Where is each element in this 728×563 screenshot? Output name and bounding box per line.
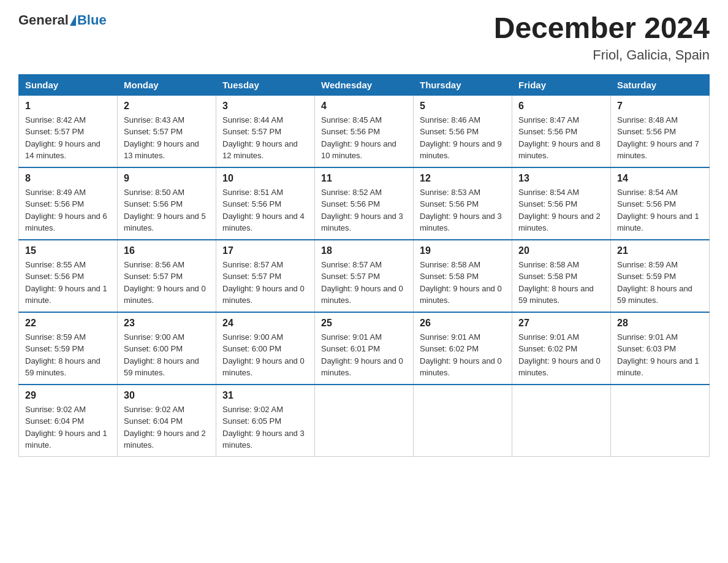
day-cell: 22 Sunrise: 8:59 AMSunset: 5:59 PMDaylig… bbox=[19, 312, 118, 385]
day-number: 21 bbox=[617, 245, 703, 256]
day-number: 26 bbox=[420, 318, 506, 329]
day-number: 5 bbox=[420, 101, 506, 112]
day-number: 8 bbox=[25, 173, 111, 184]
day-info: Sunrise: 9:01 AMSunset: 6:01 PMDaylight:… bbox=[321, 331, 407, 379]
day-number: 16 bbox=[124, 245, 210, 256]
day-info: Sunrise: 8:57 AMSunset: 5:57 PMDaylight:… bbox=[222, 259, 308, 307]
day-cell: 18 Sunrise: 8:57 AMSunset: 5:57 PMDaylig… bbox=[315, 240, 414, 312]
day-info: Sunrise: 9:01 AMSunset: 6:02 PMDaylight:… bbox=[420, 331, 506, 379]
day-cell: 1 Sunrise: 8:42 AMSunset: 5:57 PMDayligh… bbox=[19, 95, 118, 167]
day-number: 18 bbox=[321, 245, 407, 256]
week-row-5: 29 Sunrise: 9:02 AMSunset: 6:04 PMDaylig… bbox=[19, 385, 710, 457]
day-cell: 26 Sunrise: 9:01 AMSunset: 6:02 PMDaylig… bbox=[414, 312, 512, 385]
day-info: Sunrise: 8:52 AMSunset: 5:56 PMDaylight:… bbox=[321, 186, 407, 234]
day-cell: 28 Sunrise: 9:01 AMSunset: 6:03 PMDaylig… bbox=[611, 312, 710, 385]
day-cell: 31 Sunrise: 9:02 AMSunset: 6:05 PMDaylig… bbox=[216, 385, 315, 457]
day-number: 9 bbox=[124, 173, 210, 184]
logo-triangle-icon bbox=[70, 15, 76, 26]
day-info: Sunrise: 8:50 AMSunset: 5:56 PMDaylight:… bbox=[124, 186, 210, 234]
day-number: 10 bbox=[222, 173, 308, 184]
month-title: December 2024 bbox=[494, 12, 710, 45]
logo-general-text: General bbox=[18, 12, 69, 28]
week-row-2: 8 Sunrise: 8:49 AMSunset: 5:56 PMDayligh… bbox=[19, 167, 710, 240]
week-row-1: 1 Sunrise: 8:42 AMSunset: 5:57 PMDayligh… bbox=[19, 95, 710, 167]
day-cell: 8 Sunrise: 8:49 AMSunset: 5:56 PMDayligh… bbox=[19, 167, 118, 240]
location-title: Friol, Galicia, Spain bbox=[494, 47, 710, 63]
day-info: Sunrise: 8:42 AMSunset: 5:57 PMDaylight:… bbox=[25, 114, 111, 162]
day-cell: 29 Sunrise: 9:02 AMSunset: 6:04 PMDaylig… bbox=[19, 385, 118, 457]
day-number: 30 bbox=[124, 390, 210, 401]
day-cell bbox=[315, 385, 414, 457]
day-info: Sunrise: 8:47 AMSunset: 5:56 PMDaylight:… bbox=[518, 114, 604, 162]
title-block: December 2024 Friol, Galicia, Spain bbox=[494, 12, 710, 63]
day-cell: 16 Sunrise: 8:56 AMSunset: 5:57 PMDaylig… bbox=[118, 240, 216, 312]
day-number: 4 bbox=[321, 101, 407, 112]
day-info: Sunrise: 9:00 AMSunset: 6:00 PMDaylight:… bbox=[222, 331, 308, 379]
day-info: Sunrise: 8:58 AMSunset: 5:58 PMDaylight:… bbox=[518, 259, 604, 307]
day-info: Sunrise: 8:56 AMSunset: 5:57 PMDaylight:… bbox=[124, 259, 210, 307]
day-number: 13 bbox=[518, 173, 604, 184]
day-info: Sunrise: 8:54 AMSunset: 5:56 PMDaylight:… bbox=[617, 186, 703, 234]
day-info: Sunrise: 8:49 AMSunset: 5:56 PMDaylight:… bbox=[25, 186, 111, 234]
calendar-header-row: SundayMondayTuesdayWednesdayThursdayFrid… bbox=[19, 74, 710, 95]
day-info: Sunrise: 8:53 AMSunset: 5:56 PMDaylight:… bbox=[420, 186, 506, 234]
day-info: Sunrise: 8:58 AMSunset: 5:58 PMDaylight:… bbox=[420, 259, 506, 307]
page-header: General Blue December 2024 Friol, Galici… bbox=[18, 12, 710, 63]
day-cell bbox=[512, 385, 611, 457]
day-number: 3 bbox=[222, 101, 308, 112]
day-cell: 6 Sunrise: 8:47 AMSunset: 5:56 PMDayligh… bbox=[512, 95, 611, 167]
day-info: Sunrise: 9:02 AMSunset: 6:04 PMDaylight:… bbox=[25, 404, 111, 451]
day-cell: 2 Sunrise: 8:43 AMSunset: 5:57 PMDayligh… bbox=[118, 95, 216, 167]
day-number: 19 bbox=[420, 245, 506, 256]
day-cell: 9 Sunrise: 8:50 AMSunset: 5:56 PMDayligh… bbox=[118, 167, 216, 240]
day-number: 27 bbox=[518, 318, 604, 329]
day-number: 7 bbox=[617, 101, 703, 112]
day-info: Sunrise: 8:57 AMSunset: 5:57 PMDaylight:… bbox=[321, 259, 407, 307]
day-info: Sunrise: 8:46 AMSunset: 5:56 PMDaylight:… bbox=[420, 114, 506, 162]
day-cell: 14 Sunrise: 8:54 AMSunset: 5:56 PMDaylig… bbox=[611, 167, 710, 240]
day-info: Sunrise: 8:45 AMSunset: 5:56 PMDaylight:… bbox=[321, 114, 407, 162]
day-info: Sunrise: 9:01 AMSunset: 6:03 PMDaylight:… bbox=[617, 331, 703, 379]
day-info: Sunrise: 8:59 AMSunset: 5:59 PMDaylight:… bbox=[617, 259, 703, 307]
day-cell: 24 Sunrise: 9:00 AMSunset: 6:00 PMDaylig… bbox=[216, 312, 315, 385]
week-row-4: 22 Sunrise: 8:59 AMSunset: 5:59 PMDaylig… bbox=[19, 312, 710, 385]
day-info: Sunrise: 8:48 AMSunset: 5:56 PMDaylight:… bbox=[617, 114, 703, 162]
day-number: 29 bbox=[25, 390, 111, 401]
day-info: Sunrise: 8:59 AMSunset: 5:59 PMDaylight:… bbox=[25, 331, 111, 379]
day-cell: 25 Sunrise: 9:01 AMSunset: 6:01 PMDaylig… bbox=[315, 312, 414, 385]
day-cell: 13 Sunrise: 8:54 AMSunset: 5:56 PMDaylig… bbox=[512, 167, 611, 240]
day-cell: 4 Sunrise: 8:45 AMSunset: 5:56 PMDayligh… bbox=[315, 95, 414, 167]
header-friday: Friday bbox=[512, 74, 611, 95]
day-cell: 19 Sunrise: 8:58 AMSunset: 5:58 PMDaylig… bbox=[414, 240, 512, 312]
day-number: 14 bbox=[617, 173, 703, 184]
day-number: 20 bbox=[518, 245, 604, 256]
day-info: Sunrise: 8:43 AMSunset: 5:57 PMDaylight:… bbox=[124, 114, 210, 162]
day-number: 1 bbox=[25, 101, 111, 112]
day-cell: 17 Sunrise: 8:57 AMSunset: 5:57 PMDaylig… bbox=[216, 240, 315, 312]
day-number: 22 bbox=[25, 318, 111, 329]
day-info: Sunrise: 9:01 AMSunset: 6:02 PMDaylight:… bbox=[518, 331, 604, 379]
calendar-table: SundayMondayTuesdayWednesdayThursdayFrid… bbox=[18, 74, 710, 457]
day-number: 15 bbox=[25, 245, 111, 256]
day-cell: 5 Sunrise: 8:46 AMSunset: 5:56 PMDayligh… bbox=[414, 95, 512, 167]
day-info: Sunrise: 8:51 AMSunset: 5:56 PMDaylight:… bbox=[222, 186, 308, 234]
header-monday: Monday bbox=[118, 74, 216, 95]
logo-blue-text: Blue bbox=[77, 12, 107, 28]
day-info: Sunrise: 9:02 AMSunset: 6:04 PMDaylight:… bbox=[124, 404, 210, 451]
day-number: 17 bbox=[222, 245, 308, 256]
day-info: Sunrise: 8:44 AMSunset: 5:57 PMDaylight:… bbox=[222, 114, 308, 162]
header-sunday: Sunday bbox=[19, 74, 118, 95]
day-cell: 3 Sunrise: 8:44 AMSunset: 5:57 PMDayligh… bbox=[216, 95, 315, 167]
day-cell: 11 Sunrise: 8:52 AMSunset: 5:56 PMDaylig… bbox=[315, 167, 414, 240]
day-cell: 30 Sunrise: 9:02 AMSunset: 6:04 PMDaylig… bbox=[118, 385, 216, 457]
day-cell bbox=[611, 385, 710, 457]
day-number: 31 bbox=[222, 390, 308, 401]
day-info: Sunrise: 9:00 AMSunset: 6:00 PMDaylight:… bbox=[124, 331, 210, 379]
day-number: 25 bbox=[321, 318, 407, 329]
day-number: 12 bbox=[420, 173, 506, 184]
day-cell: 15 Sunrise: 8:55 AMSunset: 5:56 PMDaylig… bbox=[19, 240, 118, 312]
day-number: 28 bbox=[617, 318, 703, 329]
day-cell: 23 Sunrise: 9:00 AMSunset: 6:00 PMDaylig… bbox=[118, 312, 216, 385]
day-cell bbox=[414, 385, 512, 457]
day-number: 23 bbox=[124, 318, 210, 329]
